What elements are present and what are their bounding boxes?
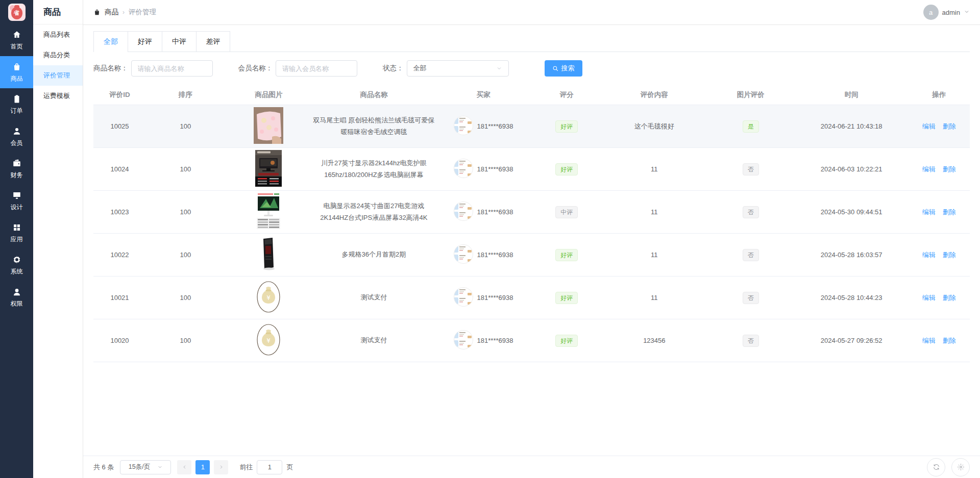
tab-good[interactable]: 好评 [128,31,162,52]
sidebar-item-apps[interactable]: 应用 [0,217,33,249]
tab-bad[interactable]: 差评 [196,31,230,52]
has-image-badge: 否 [743,206,759,218]
rating-badge: 好评 [555,120,578,133]
edit-link[interactable]: 编辑 [922,293,936,303]
tab-all[interactable]: 全部 [93,31,128,52]
actions-cell: 编辑删除 [909,336,970,345]
breadcrumb-current: 评价管理 [129,8,156,17]
chevron-left-icon [182,464,187,470]
submenu-item-review-manage[interactable]: 评价管理 [33,65,83,86]
goto-page-input[interactable] [257,460,282,474]
sidebar-item-permission[interactable]: 权限 [0,281,33,313]
refresh-button[interactable] [927,458,945,476]
has-image-badge: 是 [743,120,759,133]
edit-link[interactable]: 编辑 [922,250,936,260]
monitor-icon [12,190,22,200]
column-header: 评价ID [93,90,146,99]
sidebar-item-label: 商品 [11,74,23,83]
sort-cell: 100 [146,294,225,301]
home-icon [12,30,22,40]
product-thumbnail: ¥ [256,324,281,357]
delete-link[interactable]: 删除 [943,122,956,131]
product-thumbnail [254,107,283,145]
app-logo[interactable]: 省 [0,0,33,24]
table-row: 10020100¥测试支付181****6938好评123456否2024-05… [93,319,970,362]
buyer-cell: 181****6938 [435,287,532,308]
buyer-cell: 181****6938 [435,159,532,180]
settings-button[interactable] [951,458,970,476]
has-image-badge: 否 [743,335,759,347]
goto-label: 前往 [239,463,253,472]
edit-link[interactable]: 编辑 [922,208,936,217]
next-page-button[interactable] [214,460,228,474]
table-row: 10022100多规格36个月首期2期181****6938好评11否2024-… [93,234,970,276]
search-icon [552,65,559,72]
has-image-cell: 否 [707,206,795,218]
edit-link[interactable]: 编辑 [922,336,936,345]
product-name-input[interactable] [131,60,213,77]
sidebar-item-finance[interactable]: 财务 [0,153,33,185]
buyer-cell: 181****6938 [435,116,532,137]
rating-badge: 好评 [555,163,578,175]
rating-cell: 好评 [531,163,601,175]
buyer-cell: 181****6938 [435,202,532,222]
submenu-item-goods-category[interactable]: 商品分类 [33,45,83,65]
page-number-1[interactable]: 1 [195,460,210,474]
has-image-cell: 否 [707,163,795,175]
user-icon [12,287,22,297]
delete-link[interactable]: 删除 [943,165,956,174]
rating-cell: 好评 [531,120,601,133]
sort-cell: 100 [146,251,225,259]
time-cell: 2024-06-03 10:22:21 [795,165,909,173]
tab-medium[interactable]: 中评 [162,31,196,52]
submenu-item-freight-template[interactable]: 运费模板 [33,86,83,106]
has-image-cell: 否 [707,249,795,261]
edit-link[interactable]: 编辑 [922,122,936,131]
delete-link[interactable]: 删除 [943,336,956,345]
buyer-avatar [454,330,473,351]
review-id-cell: 10020 [93,337,146,344]
sidebar-item-home[interactable]: 首页 [0,24,33,56]
sidebar-item-design[interactable]: 设计 [0,185,33,217]
page-size-select[interactable]: 15条/页 [120,460,171,474]
has-image-cell: 否 [707,292,795,304]
sidebar-item-system[interactable]: 系统 [0,249,33,281]
reviews-table: 评价ID排序商品图片商品名称买家评分评价内容图片评价时间操作 10025100双… [93,85,970,362]
search-button[interactable]: 搜索 [545,60,582,77]
time-cell: 2024-05-30 09:44:51 [795,208,909,216]
edit-link[interactable]: 编辑 [922,165,936,174]
grid-icon [12,222,22,233]
primary-sidebar: 省 首页商品订单会员财务设计应用系统权限 [0,0,33,478]
sidebar-item-label: 会员 [11,139,23,147]
sidebar-item-orders[interactable]: 订单 [0,88,33,120]
review-id-cell: 10024 [93,165,146,173]
delete-link[interactable]: 删除 [943,293,956,303]
breadcrumb-root[interactable]: 商品 [105,8,118,17]
rating-cell: 好评 [531,335,601,347]
rating-cell: 好评 [531,249,601,261]
product-name-cell: 测试支付 [312,335,435,346]
submenu-item-goods-list[interactable]: 商品列表 [33,24,83,45]
prev-page-button[interactable] [177,460,191,474]
buyer-avatar [454,202,473,222]
member-name-input[interactable] [276,60,357,77]
product-thumbnail: ¥ [256,281,281,314]
money-bag-logo-icon: 省 [8,4,26,21]
product-name-label: 商品名称： [93,64,128,73]
review-content-cell: 11 [602,294,707,301]
product-image-cell [225,193,313,231]
buyer-avatar [454,159,473,180]
delete-link[interactable]: 删除 [943,250,956,260]
product-image-cell: ¥ [225,281,313,314]
time-cell: 2024-05-28 10:44:23 [795,294,909,301]
sidebar-item-goods[interactable]: 商品 [0,56,33,88]
product-name-cell: 电脑显示器24英寸曲面27电竞游戏2K144HZ台式IPS液晶屏幕32高清4K [312,200,435,224]
user-menu[interactable]: a admin [923,5,970,20]
actions-cell: 编辑删除 [909,122,970,131]
delete-link[interactable]: 删除 [943,208,956,217]
sidebar-item-members[interactable]: 会员 [0,120,33,153]
actions-cell: 编辑删除 [909,165,970,174]
status-select[interactable]: 全部 [407,60,509,77]
chevron-down-icon [496,65,502,71]
svg-text:¥: ¥ [267,337,271,344]
